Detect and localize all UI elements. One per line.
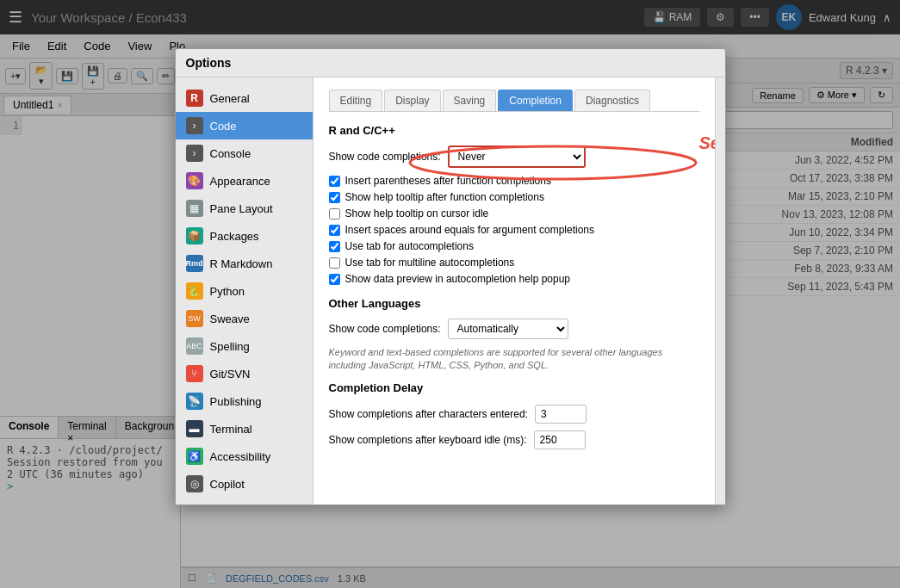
sidebar-item-packages[interactable]: 📦 Packages bbox=[176, 222, 313, 250]
general-icon: R bbox=[186, 90, 203, 107]
sidebar-label-python: Python bbox=[210, 285, 245, 298]
cb-show-help-cursor-input[interactable] bbox=[329, 208, 340, 220]
cb-show-help-tooltip-label: Show help tooltip after function complet… bbox=[345, 191, 544, 203]
packages-icon: 📦 bbox=[186, 227, 203, 244]
sidebar-item-appearance[interactable]: 🎨 Appearance bbox=[176, 167, 313, 195]
cb-tab-auto-label: Use tab for autocompletions bbox=[345, 240, 474, 252]
sidebar-label-console: Console bbox=[210, 147, 251, 160]
other-lang-note: Keyword and text-based completions are s… bbox=[329, 346, 699, 373]
sidebar-label-spelling: Spelling bbox=[210, 340, 250, 353]
appearance-icon: 🎨 bbox=[186, 172, 203, 189]
section-other-lang-title: Other Languages bbox=[329, 297, 699, 310]
show-completions-row: Show code completions: Never Always Auto… bbox=[329, 145, 699, 168]
sidebar-label-rmarkdown: R Markdown bbox=[210, 257, 273, 270]
accessibility-icon: ♿ bbox=[186, 448, 203, 465]
cb-insert-parens-input[interactable] bbox=[329, 176, 340, 187]
pane-layout-icon: ▦ bbox=[186, 200, 203, 217]
cb-data-preview-input[interactable] bbox=[329, 274, 340, 285]
cb-tab-multiline-input[interactable] bbox=[329, 257, 340, 269]
other-lang-completions-label: Show code completions: bbox=[329, 323, 441, 335]
tab-editing[interactable]: Editing bbox=[329, 90, 383, 111]
sidebar-label-general: General bbox=[210, 92, 250, 105]
cb-data-preview: Show data preview in autocompletion help… bbox=[329, 273, 699, 285]
publishing-icon: 📡 bbox=[186, 393, 203, 410]
modal-title: Options bbox=[186, 56, 232, 70]
sidebar-label-sweave: Sweave bbox=[210, 313, 250, 325]
cb-show-help-tooltip: Show help tooltip after function complet… bbox=[329, 191, 699, 203]
cb-insert-spaces: Insert spaces around equals for argument… bbox=[329, 224, 699, 236]
options-modal: Options R General › Code › Console 🎨 bbox=[175, 48, 726, 505]
modal-tab-bar: Editing Display Saving Completion Diagno… bbox=[329, 90, 699, 112]
delay-section: Show completions after characters entere… bbox=[329, 405, 699, 449]
sidebar-item-console[interactable]: › Console bbox=[176, 139, 313, 167]
modal-scrollbar[interactable] bbox=[715, 77, 725, 504]
sidebar-item-publishing[interactable]: 📡 Publishing bbox=[176, 387, 313, 415]
cb-show-help-cursor-label: Show help tooltip on cursor idle bbox=[345, 207, 489, 220]
cb-insert-parens: Insert parentheses after function comple… bbox=[329, 175, 699, 187]
cb-show-help-tooltip-input[interactable] bbox=[329, 192, 340, 203]
sidebar-item-copilot[interactable]: ◎ Copilot bbox=[176, 470, 313, 498]
delay-chars-label: Show completions after characters entere… bbox=[329, 408, 528, 420]
sidebar-label-copilot: Copilot bbox=[210, 478, 245, 491]
show-completions-select[interactable]: Never Always Automatically bbox=[448, 145, 586, 168]
copilot-icon: ◎ bbox=[186, 475, 203, 492]
rmarkdown-icon: Rmd bbox=[186, 255, 203, 272]
sidebar-item-terminal[interactable]: ▬ Terminal bbox=[176, 415, 313, 443]
delay-idle-input[interactable] bbox=[534, 430, 586, 449]
delay-idle-row: Show completions after keyboard idle (ms… bbox=[329, 430, 699, 449]
sidebar-item-sweave[interactable]: SW Sweave bbox=[176, 305, 313, 332]
cb-tab-auto: Use tab for autocompletions bbox=[329, 240, 699, 252]
sidebar-label-appearance: Appearance bbox=[210, 175, 270, 188]
tab-saving[interactable]: Saving bbox=[443, 90, 497, 111]
cb-tab-multiline-label: Use tab for multiline autocompletions bbox=[345, 257, 515, 269]
modal-header: Options bbox=[176, 49, 725, 77]
tab-display[interactable]: Display bbox=[384, 90, 440, 111]
modal-sidebar: R General › Code › Console 🎨 Appearance … bbox=[176, 77, 313, 504]
sidebar-item-pane-layout[interactable]: ▦ Pane Layout bbox=[176, 195, 313, 222]
annotation-text: Set this to "Never" bbox=[699, 133, 715, 153]
sidebar-label-gitsvn: Git/SVN bbox=[210, 368, 251, 381]
tab-completion[interactable]: Completion bbox=[498, 90, 573, 111]
section-r-cpp-title: R and C/C++ bbox=[329, 124, 699, 137]
section-delay-title: Completion Delay bbox=[329, 381, 699, 394]
sidebar-label-code: Code bbox=[210, 120, 237, 133]
sidebar-item-rmarkdown[interactable]: Rmd R Markdown bbox=[176, 250, 313, 277]
r-cpp-checkboxes: Insert parentheses after function comple… bbox=[329, 175, 699, 285]
cb-insert-spaces-label: Insert spaces around equals for argument… bbox=[345, 224, 595, 236]
python-icon: 🐍 bbox=[186, 282, 203, 300]
show-completions-label: Show code completions: bbox=[329, 151, 441, 163]
other-lang-completions-row: Show code completions: Automatically Alw… bbox=[329, 319, 699, 339]
sidebar-item-accessibility[interactable]: ♿ Accessibility bbox=[176, 443, 313, 470]
sidebar-item-gitsvn[interactable]: ⑂ Git/SVN bbox=[176, 360, 313, 387]
terminal-icon: ▬ bbox=[186, 420, 203, 437]
sidebar-label-publishing: Publishing bbox=[210, 395, 262, 408]
delay-idle-label: Show completions after keyboard idle (ms… bbox=[329, 434, 527, 446]
modal-main-content: Editing Display Saving Completion Diagno… bbox=[313, 77, 715, 504]
tab-diagnostics[interactable]: Diagnostics bbox=[574, 90, 650, 111]
delay-chars-row: Show completions after characters entere… bbox=[329, 405, 699, 424]
modal-body: R General › Code › Console 🎨 Appearance … bbox=[176, 77, 725, 504]
sidebar-item-code[interactable]: › Code bbox=[176, 112, 313, 139]
delay-chars-input[interactable] bbox=[535, 405, 587, 424]
other-lang-completions-select[interactable]: Automatically Always Never bbox=[448, 319, 568, 339]
sidebar-label-packages: Packages bbox=[210, 230, 259, 243]
spelling-icon: ABC bbox=[186, 337, 203, 355]
sidebar-label-accessibility: Accessibility bbox=[210, 450, 271, 463]
console-icon: › bbox=[186, 145, 203, 162]
modal-overlay: Options R General › Code › Console 🎨 bbox=[0, 0, 900, 588]
cb-insert-spaces-input[interactable] bbox=[329, 225, 340, 236]
sweave-icon: SW bbox=[186, 310, 203, 327]
cb-insert-parens-label: Insert parentheses after function comple… bbox=[345, 175, 551, 187]
sidebar-item-spelling[interactable]: ABC Spelling bbox=[176, 332, 313, 360]
sidebar-item-general[interactable]: R General bbox=[176, 84, 313, 112]
sidebar-item-python[interactable]: 🐍 Python bbox=[176, 277, 313, 305]
sidebar-label-pane-layout: Pane Layout bbox=[210, 202, 273, 215]
cb-show-help-cursor: Show help tooltip on cursor idle bbox=[329, 207, 699, 220]
code-icon: › bbox=[186, 117, 203, 134]
sidebar-label-terminal: Terminal bbox=[210, 423, 252, 436]
cb-tab-auto-input[interactable] bbox=[329, 241, 340, 252]
cb-tab-multiline: Use tab for multiline autocompletions bbox=[329, 257, 699, 269]
gitsvn-icon: ⑂ bbox=[186, 365, 203, 382]
cb-data-preview-label: Show data preview in autocompletion help… bbox=[345, 273, 571, 285]
